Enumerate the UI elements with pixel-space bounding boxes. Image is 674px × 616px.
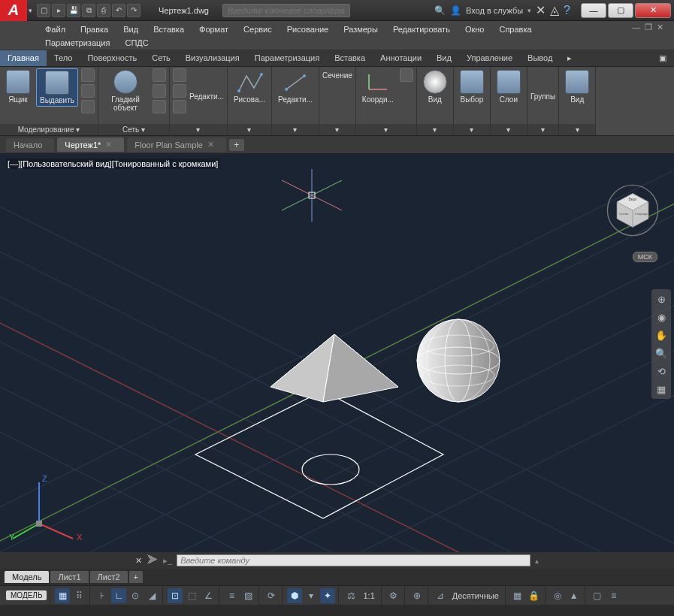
- save-icon[interactable]: 💾: [67, 4, 80, 17]
- draw-button[interactable]: Рисова...: [231, 68, 268, 105]
- ribbon-collapse-icon[interactable]: ▣: [651, 50, 674, 66]
- ribbon-tab-surface[interactable]: Поверхность: [80, 50, 144, 66]
- fullnav-icon[interactable]: ⊕: [654, 292, 668, 306]
- ribbon-tab-solid[interactable]: Тело: [47, 50, 80, 66]
- print-icon[interactable]: ⎙: [97, 4, 110, 17]
- search-input[interactable]: [222, 4, 350, 17]
- saveas-icon[interactable]: ⧉: [82, 4, 95, 17]
- minimize-button[interactable]: —: [581, 3, 606, 18]
- tab-close-icon[interactable]: ✕: [105, 140, 112, 149]
- pan-icon[interactable]: ✋: [654, 328, 668, 342]
- groups-label[interactable]: Группы: [530, 92, 555, 101]
- gizmo-icon[interactable]: ✦: [320, 588, 335, 603]
- grid-toggle-icon[interactable]: ▦: [55, 588, 70, 603]
- showmotion-icon[interactable]: ▦: [654, 382, 668, 396]
- drawing-viewport[interactable]: [—][Пользовательский вид][Тонированный с…: [0, 154, 674, 552]
- customize-icon[interactable]: ≡: [606, 588, 621, 603]
- units-icon[interactable]: ⊿: [433, 588, 448, 603]
- ribbon-tab-annot[interactable]: Аннотации: [373, 50, 429, 66]
- menu-format[interactable]: Формат: [192, 23, 236, 36]
- file-tab-drawing1[interactable]: Чертеж1*✕: [57, 137, 124, 152]
- edit-tool-2[interactable]: [173, 84, 186, 98]
- panel-modeling-title[interactable]: Моделирование ▾: [0, 124, 98, 135]
- panel-draw-title[interactable]: ▾: [228, 124, 271, 135]
- scale-value[interactable]: 1:1: [360, 591, 377, 600]
- view-button[interactable]: Вид: [420, 68, 450, 105]
- menu-view[interactable]: Вид: [116, 23, 146, 36]
- mesh-tool-3[interactable]: [153, 100, 166, 113]
- viewcube[interactable]: Верх Слева Спереди: [606, 184, 659, 237]
- otrack-icon[interactable]: ∠: [201, 588, 216, 603]
- menu-service[interactable]: Сервис: [236, 23, 280, 36]
- layers-button[interactable]: Слои: [494, 68, 524, 105]
- app-menu-arrow[interactable]: ▾: [27, 7, 32, 14]
- coord-tool-1[interactable]: [400, 68, 413, 82]
- mesh-tool-2[interactable]: [153, 84, 166, 98]
- ribbon-tab-output[interactable]: Вывод: [520, 50, 560, 66]
- open-icon[interactable]: ▸: [52, 4, 65, 17]
- zoom-icon[interactable]: 🔍: [654, 346, 668, 360]
- ribbon-tab-visual[interactable]: Визуализация: [178, 50, 247, 66]
- transparency-icon[interactable]: ▨: [240, 588, 255, 603]
- modify-button[interactable]: Редакти...: [275, 68, 316, 105]
- dynamic-ucs-icon[interactable]: ⬢: [287, 588, 302, 603]
- menu-draw[interactable]: Рисование: [280, 23, 336, 36]
- ortho-icon[interactable]: ∟: [111, 588, 126, 603]
- ribbon-tab-insert[interactable]: Вставка: [327, 50, 373, 66]
- isolate-icon[interactable]: ◎: [550, 588, 565, 603]
- mdi-close-icon[interactable]: ✕: [657, 23, 663, 36]
- box-button[interactable]: Ящик: [3, 68, 33, 105]
- status-model-button[interactable]: МОДЕЛЬ: [6, 590, 47, 600]
- panel-select-title[interactable]: ▾: [454, 124, 490, 135]
- tab-close-icon[interactable]: ✕: [207, 140, 214, 149]
- panel-view-title[interactable]: ▾: [417, 124, 453, 135]
- menu-edit[interactable]: Правка: [73, 23, 116, 36]
- ribbon-overflow-icon[interactable]: ▸: [560, 50, 579, 66]
- exchange-icon[interactable]: ✕: [536, 3, 546, 17]
- coord-button[interactable]: Коорди...: [359, 68, 397, 105]
- 3dosnap-icon[interactable]: ⬚: [184, 588, 199, 603]
- app-logo[interactable]: A: [0, 0, 27, 21]
- extrude-button[interactable]: Выдавить: [36, 68, 78, 107]
- menu-insert[interactable]: Вставка: [146, 23, 192, 36]
- add-layout-button[interactable]: +: [129, 571, 143, 583]
- annotation-monitor-icon[interactable]: ⊕: [410, 588, 425, 603]
- cmdline-expand-icon[interactable]: ▴: [535, 557, 539, 565]
- ribbon-tab-param[interactable]: Параметризация: [247, 50, 327, 66]
- cleanscreen-icon[interactable]: ▢: [590, 588, 605, 603]
- menu-help[interactable]: Справка: [491, 23, 539, 36]
- menu-param[interactable]: Параметризация: [38, 36, 117, 50]
- layout-tab-sheet1[interactable]: Лист1: [50, 571, 88, 583]
- panel-coord-title[interactable]: ▾: [356, 124, 416, 135]
- ucs-icon[interactable]: X Y Z: [9, 471, 84, 546]
- new-icon[interactable]: ▢: [37, 4, 50, 17]
- menu-window[interactable]: Окно: [458, 23, 492, 36]
- ribbon-tab-main[interactable]: Главная: [0, 50, 47, 66]
- lock-ui-icon[interactable]: 🔒: [527, 588, 542, 603]
- a360-icon[interactable]: ◬: [550, 3, 559, 17]
- add-tab-button[interactable]: +: [229, 139, 244, 151]
- undo-icon[interactable]: ↶: [112, 4, 125, 17]
- panel-edit-title[interactable]: ▾: [170, 124, 227, 135]
- annoscale-icon[interactable]: ⚖: [343, 588, 358, 603]
- units-value[interactable]: Десятичные: [449, 591, 502, 600]
- close-button[interactable]: ✕: [635, 3, 671, 18]
- ribbon-tab-manage[interactable]: Управление: [459, 50, 520, 66]
- cycling-icon[interactable]: ⟳: [264, 588, 279, 603]
- menu-spds[interactable]: СПДС: [117, 36, 156, 50]
- ribbon-tab-mesh[interactable]: Сеть: [144, 50, 177, 66]
- file-tab-floorplan[interactable]: Floor Plan Sample✕: [127, 137, 226, 152]
- ribbon-tab-view[interactable]: Вид: [429, 50, 459, 66]
- hardware-icon[interactable]: ▲: [567, 588, 582, 603]
- command-input[interactable]: [177, 554, 530, 566]
- panel-modify-title[interactable]: ▾: [272, 124, 319, 135]
- filter-icon[interactable]: ▾: [304, 588, 319, 603]
- viewport-controls[interactable]: [—][Пользовательский вид][Тонированный с…: [6, 159, 219, 169]
- snap-toggle-icon[interactable]: ⠿: [71, 588, 86, 603]
- view2-button[interactable]: Вид: [562, 68, 592, 105]
- maximize-button[interactable]: ▢: [608, 3, 633, 18]
- mdi-restore-icon[interactable]: ❐: [645, 23, 652, 36]
- modeling-tool-3[interactable]: [81, 100, 95, 113]
- login-dropdown-icon[interactable]: ▾: [527, 7, 531, 14]
- redo-icon[interactable]: ↷: [127, 4, 141, 17]
